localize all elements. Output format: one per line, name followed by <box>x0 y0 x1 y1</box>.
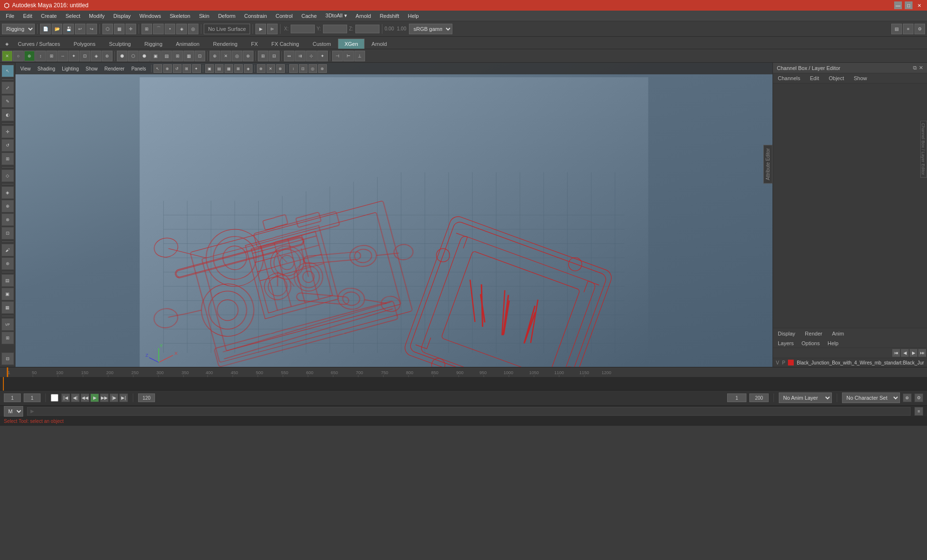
menu-windows[interactable]: Windows <box>136 12 165 20</box>
xgen-tool-25[interactable]: ↭ <box>284 51 295 61</box>
menu-constrain[interactable]: Constrain <box>240 12 271 20</box>
tab-rendering[interactable]: Rendering <box>207 39 244 49</box>
xgen-tool-30[interactable]: ⊢ <box>343 51 354 61</box>
coord-z-input[interactable] <box>355 25 379 33</box>
snap-grid-btn[interactable]: ⊞ <box>141 24 152 34</box>
vp-cam-3[interactable]: ◎ <box>309 64 317 73</box>
misc-btn-4[interactable]: VP <box>1 318 14 331</box>
xgen-tool-2[interactable]: ○ <box>13 51 24 61</box>
snap-btn-4[interactable]: ⊡ <box>1 227 14 239</box>
vp-extra-2[interactable]: ✕ <box>267 64 275 73</box>
coord-y-input[interactable] <box>323 25 347 33</box>
menu-skeleton[interactable]: Skeleton <box>166 12 194 20</box>
move-btn[interactable]: ✛ <box>126 24 136 34</box>
vp-extra-1[interactable]: ⊕ <box>257 64 266 73</box>
xgen-tool-9[interactable]: ◈ <box>91 51 101 61</box>
xgen-tool-26[interactable]: ⇉ <box>295 51 306 61</box>
xgen-tool-29[interactable]: ⊣ <box>332 51 343 61</box>
soft-select-btn[interactable]: ◐ <box>1 109 14 121</box>
tab-fx[interactable]: FX <box>245 39 264 49</box>
ch-tab-edit[interactable]: Edit <box>805 73 824 83</box>
undo-btn[interactable]: ↩ <box>75 24 85 34</box>
char-set-btn-1[interactable]: ⊕ <box>903 393 912 402</box>
move-tool-btn[interactable]: ✛ <box>1 126 14 138</box>
goto-end-btn[interactable]: ▶| <box>119 393 128 402</box>
misc-btn-1[interactable]: ▤ <box>1 274 14 287</box>
vp-mode-2[interactable]: ⊕ <box>163 64 172 73</box>
snap-curve-btn[interactable]: ⌒ <box>153 24 164 34</box>
xgen-tool-11[interactable]: ⬢ <box>117 51 127 61</box>
menu-redshift[interactable]: Redshift <box>376 12 403 20</box>
xgen-tool-12[interactable]: ⬡ <box>128 51 139 61</box>
tab-xgen[interactable]: XGen <box>338 39 364 49</box>
char-set-btn-2[interactable]: ⚙ <box>914 393 923 402</box>
timeline-ruler[interactable]: 1 50 100 150 200 250 300 350 400 450 <box>0 367 927 377</box>
xgen-tool-15[interactable]: ▤ <box>161 51 172 61</box>
select-tool-btn[interactable]: ↖ <box>1 65 14 77</box>
layer-nav-next[interactable]: ▶ <box>910 349 917 357</box>
menu-deform[interactable]: Deform <box>214 12 239 20</box>
redo-btn[interactable]: ↪ <box>86 24 97 34</box>
play-fwd-btn[interactable]: ▶▶ <box>100 393 109 402</box>
snap-btn-2[interactable]: ⊕ <box>1 200 14 212</box>
xgen-tool-4[interactable]: ↕ <box>35 51 46 61</box>
close-button[interactable]: ✕ <box>915 1 923 9</box>
snap-live-btn[interactable]: ◎ <box>188 24 198 34</box>
vp-mode-5[interactable]: ✦ <box>192 64 201 73</box>
snap-point-btn[interactable]: • <box>165 24 175 34</box>
xgen-tool-21[interactable]: ◎ <box>232 51 242 61</box>
snap-btn-1[interactable]: ◈ <box>1 186 14 199</box>
vp-extra-3[interactable]: ⊗ <box>276 64 285 73</box>
select-mode-btn[interactable]: ▦ <box>114 24 125 34</box>
vp-shade-2[interactable]: ▤ <box>215 64 224 73</box>
prev-key-btn[interactable]: ◀| <box>71 393 80 402</box>
vp-shade-4[interactable]: ⊠ <box>234 64 243 73</box>
tab-polygons[interactable]: Polygons <box>67 39 101 49</box>
menu-select[interactable]: Select <box>62 12 84 20</box>
vp-lighting-menu[interactable]: Lighting <box>59 65 82 72</box>
xgen-tool-13[interactable]: ⬣ <box>139 51 150 61</box>
new-file-btn[interactable]: 📄 <box>40 24 51 34</box>
color-space-dropdown[interactable]: sRGB gamma <box>409 24 452 34</box>
menu-create[interactable]: Create <box>37 12 61 20</box>
xgen-tool-17[interactable]: ▦ <box>183 51 194 61</box>
viewport-3d[interactable]: X Y Z persp <box>15 77 772 367</box>
vp-view-menu[interactable]: View <box>17 65 34 72</box>
tab-custom[interactable]: Custom <box>307 39 337 49</box>
panel-controls[interactable]: ⧉ ✕ <box>913 65 923 71</box>
vp-renderer-menu[interactable]: Renderer <box>101 65 127 72</box>
xgen-tool-6[interactable]: ↔ <box>57 51 68 61</box>
anim-start-input[interactable] <box>24 393 41 402</box>
viewport[interactable]: View Shading Lighting Show Renderer Pane… <box>15 63 772 367</box>
menu-edit[interactable]: Edit <box>19 12 36 20</box>
paint-btn[interactable]: 🖌 <box>1 244 14 256</box>
channel-box-side-tab[interactable]: Channel Box / Layer Editor <box>920 121 927 178</box>
xgen-tool-3[interactable]: ⊕ <box>24 51 35 61</box>
menu-control[interactable]: Control <box>272 12 296 20</box>
menu-3dtoall[interactable]: 3DtoAll ▾ <box>322 12 351 20</box>
vp-panels-menu[interactable]: Panels <box>128 65 149 72</box>
ch-tab-show[interactable]: Show <box>849 73 872 83</box>
playback-audio-toggle[interactable] <box>51 394 58 402</box>
panel-float-btn[interactable]: ⧉ <box>913 65 917 71</box>
title-bar-right[interactable]: — □ ✕ <box>894 1 923 9</box>
snap-btn-3[interactable]: ⊗ <box>1 213 14 226</box>
tab-rigging[interactable]: Rigging <box>138 39 169 49</box>
xgen-tool-22[interactable]: ⊗ <box>243 51 253 61</box>
play-btn[interactable]: ▶ <box>90 393 99 402</box>
menu-modify[interactable]: Modify <box>85 12 108 20</box>
sculpt-btn[interactable]: ⊛ <box>1 257 14 270</box>
menu-file[interactable]: File <box>2 12 18 20</box>
lasso-select-btn[interactable]: ⬡ <box>102 24 113 34</box>
timeline-track[interactable] <box>0 377 927 391</box>
menu-skin[interactable]: Skin <box>195 12 213 20</box>
open-file-btn[interactable]: 📂 <box>52 24 62 34</box>
layer-nav-first[interactable]: ⏮ <box>892 349 900 357</box>
xgen-tool-28[interactable]: ✦ <box>317 51 328 61</box>
channel-box-btn[interactable]: ▤ <box>891 24 902 34</box>
vp-shading-menu[interactable]: Shading <box>35 65 58 72</box>
vp-show-menu[interactable]: Show <box>83 65 100 72</box>
misc-btn-6[interactable]: ⊟ <box>1 352 14 365</box>
tab-arnold[interactable]: Arnold <box>365 39 393 49</box>
vp-cam-1[interactable]: ↕ <box>289 64 298 73</box>
